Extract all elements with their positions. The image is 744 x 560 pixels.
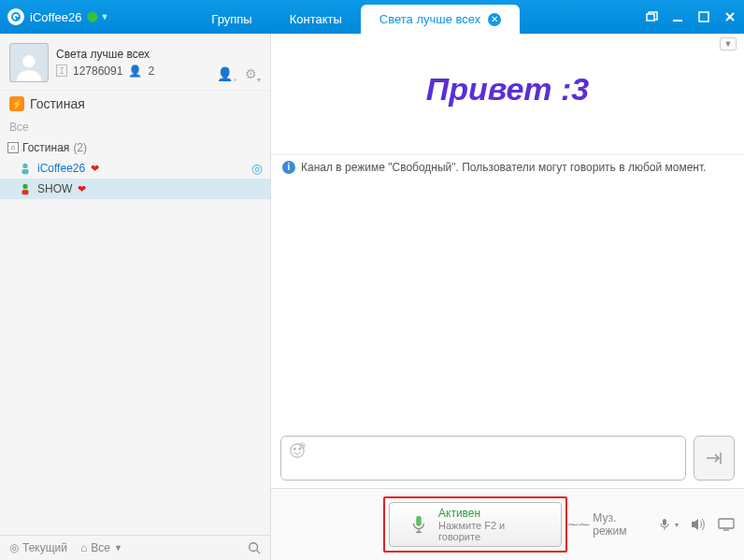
svg-rect-19	[663, 519, 666, 525]
speaker-button[interactable]	[690, 517, 707, 532]
svg-point-8	[22, 184, 27, 189]
tab-groups[interactable]: Группы	[193, 5, 270, 34]
microphone-icon	[408, 514, 429, 535]
svg-point-14	[299, 448, 301, 450]
tab-contacts[interactable]: Контакты	[271, 5, 361, 34]
mic-status: Активен	[438, 507, 542, 520]
svg-rect-7	[22, 169, 29, 174]
status-dropdown-icon[interactable]: ▼	[100, 12, 108, 22]
user-name: SHOW	[37, 182, 72, 195]
rss-icon: ⚡	[9, 96, 24, 111]
user-row-icoffee26[interactable]: iCoffee26 ❤ ◎	[0, 158, 270, 179]
svg-point-10	[250, 543, 258, 552]
music-mode-button[interactable]: ⁓⁓ Муз. режим	[567, 511, 646, 538]
emoji-icon[interactable]	[289, 442, 306, 459]
all-label: Все	[0, 117, 270, 137]
notice-text: Канал в режиме "Свободный". Пользователи…	[301, 161, 706, 174]
message-input[interactable]	[280, 436, 686, 481]
current-filter-button[interactable]: ◎ Текущий	[9, 541, 67, 554]
main-tabs: Группы Контакты Света лучше всех ✕	[193, 0, 520, 34]
waveform-icon: ⁓⁓	[567, 518, 590, 531]
close-tab-icon[interactable]: ✕	[488, 13, 501, 26]
mic-settings-button[interactable]: ▾	[657, 517, 679, 532]
status-indicator[interactable]	[87, 11, 98, 22]
profile-avatar[interactable]	[9, 43, 49, 82]
mic-hint: Нажмите F2 и говорите	[438, 520, 542, 542]
collapse-icon[interactable]: ▼	[720, 37, 737, 50]
send-button[interactable]	[694, 436, 735, 481]
heart-icon: ❤	[91, 163, 99, 175]
profile-block: Света лучше всех 🄸 12786091 👤 2 👤+ ⚙▾	[0, 34, 270, 90]
user-icon	[19, 182, 32, 195]
home-icon: ⌂	[7, 142, 19, 153]
svg-rect-20	[719, 519, 734, 528]
target-icon: ◎	[9, 541, 19, 554]
tab-active-chat[interactable]: Света лучше всех ✕	[361, 5, 520, 34]
room-row[interactable]: ⌂ Гостиная (2)	[0, 137, 270, 158]
channel-name: Гостиная	[30, 96, 85, 111]
people-count: 2	[148, 65, 154, 78]
app-name: iCoffee26	[30, 10, 81, 24]
popout-button[interactable]	[645, 10, 658, 23]
svg-point-5	[22, 55, 35, 67]
tab-active-label: Света лучше всех	[379, 12, 480, 26]
current-label: Текущий	[22, 541, 67, 554]
music-mode-label: Муз. режим	[593, 511, 646, 538]
profile-name: Света лучше всех	[56, 48, 154, 61]
mic-button[interactable]: Активен Нажмите F2 и говорите	[389, 502, 562, 547]
svg-line-11	[257, 551, 261, 554]
chat-area	[271, 179, 744, 428]
svg-rect-9	[22, 190, 29, 194]
channel-header[interactable]: ⚡ Гостиная	[0, 90, 270, 117]
banner-text: Привет :3	[271, 34, 744, 154]
home-icon: ⌂	[80, 541, 87, 554]
user-row-show[interactable]: SHOW ❤	[0, 179, 270, 199]
all-label: Все	[91, 541, 110, 554]
notice-bar: i Канал в режиме "Свободный". Пользовате…	[271, 154, 744, 179]
svg-rect-18	[416, 516, 422, 526]
screen-button[interactable]	[718, 518, 735, 531]
svg-rect-0	[647, 14, 654, 21]
room-name: Гостиная	[22, 141, 69, 154]
gear-icon[interactable]: ⚙▾	[245, 66, 261, 84]
maximize-button[interactable]	[697, 10, 710, 23]
app-logo	[7, 8, 24, 25]
add-user-icon[interactable]: 👤+	[217, 66, 237, 84]
close-window-button[interactable]	[723, 10, 737, 23]
location-icon: ◎	[251, 161, 263, 176]
chevron-down-icon: ▼	[114, 543, 122, 553]
mic-button-highlight: Активен Нажмите F2 и говорите	[383, 496, 567, 553]
minimize-button[interactable]	[671, 10, 684, 23]
svg-rect-2	[699, 12, 708, 22]
id-icon: 🄸	[56, 65, 67, 78]
info-icon: i	[282, 161, 295, 174]
svg-point-13	[293, 448, 295, 450]
user-icon	[19, 162, 32, 175]
heart-icon: ❤	[78, 183, 86, 195]
profile-id: 12786091	[73, 65, 122, 78]
user-name: iCoffee26	[37, 162, 85, 175]
svg-point-6	[22, 164, 27, 168]
person-icon: 👤	[128, 65, 142, 78]
search-button[interactable]	[248, 541, 261, 554]
room-count: (2)	[73, 141, 87, 154]
all-filter-button[interactable]: ⌂ Все ▼	[80, 541, 122, 554]
